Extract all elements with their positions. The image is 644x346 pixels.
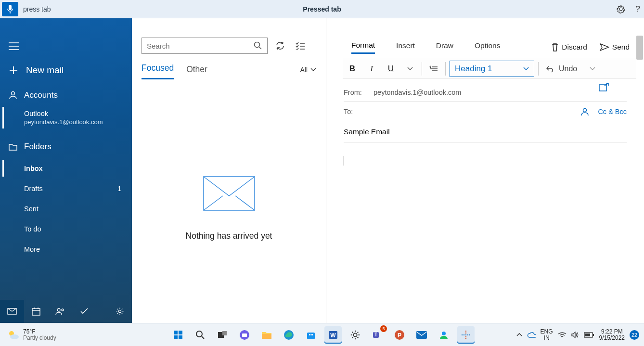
account-item[interactable]: Outlook peytondavis.1@outlook.com — [0, 107, 132, 128]
new-mail-button[interactable]: New mail — [0, 57, 132, 84]
voice-mic-button[interactable] — [2, 2, 18, 16]
undo-more-button[interactable] — [583, 60, 602, 77]
people-icon — [55, 308, 65, 315]
cc-bcc-button[interactable]: Cc & Bcc — [598, 108, 627, 115]
chevron-down-icon — [310, 68, 316, 72]
tray-overflow[interactable] — [516, 333, 522, 337]
svg-point-30 — [10, 334, 19, 339]
style-select[interactable]: Heading 1 — [450, 61, 534, 77]
tray-volume[interactable] — [571, 332, 579, 338]
taskbar-powerpoint[interactable]: P — [391, 326, 408, 344]
taskbar-explorer[interactable] — [258, 326, 275, 344]
start-button[interactable] — [169, 326, 187, 344]
send-button[interactable]: Send — [600, 43, 630, 51]
compose-tab-format[interactable]: Format — [351, 41, 375, 54]
tray-language[interactable]: ENG IN — [541, 329, 553, 341]
voice-command-bar: press tab Pressed tab ? — [0, 0, 644, 18]
wifi-icon — [558, 332, 567, 338]
cloud-icon — [527, 332, 536, 338]
tray-wifi[interactable] — [558, 332, 567, 338]
snip-icon — [461, 330, 471, 340]
windows-icon — [173, 330, 183, 340]
paragraph-button[interactable] — [424, 60, 443, 77]
svg-point-28 — [583, 108, 587, 112]
voice-help-button[interactable]: ? — [636, 4, 640, 14]
undo-button[interactable]: Undo — [541, 64, 583, 73]
search-box[interactable] — [142, 38, 268, 54]
underline-button[interactable]: U — [381, 60, 400, 77]
folder-sent[interactable]: Sent — [0, 199, 132, 219]
nav-mail-button[interactable] — [0, 300, 24, 323]
empty-state-text: Nothing has arrived yet — [186, 231, 272, 241]
nav-todo-button[interactable] — [72, 300, 96, 323]
taskbar-settings[interactable] — [347, 326, 364, 344]
sidebar-bottom-bar — [0, 300, 132, 323]
taskbar-app-1[interactable] — [236, 326, 253, 344]
folder-drafts[interactable]: Drafts 1 — [0, 179, 132, 199]
compose-tab-draw[interactable]: Draw — [436, 41, 453, 53]
taskbar-app-2[interactable] — [435, 326, 452, 344]
svg-point-35 — [196, 331, 202, 337]
compose-tab-options[interactable]: Options — [475, 41, 500, 53]
folder-inbox[interactable]: Inbox — [0, 158, 132, 179]
contacts-picker-button[interactable] — [580, 107, 589, 116]
tray-onedrive[interactable] — [527, 332, 536, 338]
taskbar-word[interactable]: W — [324, 326, 342, 344]
accounts-header[interactable]: Accounts — [0, 84, 132, 107]
weather-cond: Partly cloudy — [23, 335, 56, 341]
folder-icon — [9, 143, 17, 151]
taskbar-teams[interactable]: T5 — [369, 326, 386, 344]
taskbar-edge[interactable] — [280, 326, 297, 344]
task-view[interactable] — [214, 326, 231, 344]
folder-todo[interactable]: To do — [0, 219, 132, 239]
taskbar-store[interactable] — [302, 326, 320, 344]
person-app-icon — [438, 330, 449, 340]
italic-button[interactable]: I — [362, 60, 381, 77]
battery-icon — [584, 332, 594, 338]
svg-point-48 — [353, 333, 357, 336]
nav-toggle-button[interactable] — [9, 42, 19, 50]
envelope-icon — [203, 176, 255, 211]
compose-pane: Format Insert Draw Options Discard Send … — [326, 18, 644, 323]
volume-icon — [571, 332, 579, 338]
compose-tab-insert[interactable]: Insert — [396, 41, 415, 53]
empty-state: Nothing has arrived yet — [132, 80, 326, 323]
folder-more[interactable]: More — [0, 239, 132, 259]
tab-other[interactable]: Other — [186, 64, 207, 79]
svg-point-17 — [118, 310, 121, 312]
bold-button[interactable]: B — [343, 60, 362, 77]
voice-input-text: press tab — [23, 5, 51, 13]
from-value[interactable]: peytondavis.1@outlook.com — [374, 89, 461, 96]
font-more-button[interactable] — [400, 60, 420, 77]
nav-calendar-button[interactable] — [24, 300, 48, 323]
discard-button[interactable]: Discard — [551, 43, 587, 51]
undo-icon — [546, 65, 555, 73]
send-icon — [600, 43, 609, 51]
select-mode-button[interactable] — [293, 38, 308, 53]
tray-battery[interactable] — [584, 332, 594, 338]
taskbar-snip[interactable] — [457, 326, 475, 344]
sync-button[interactable] — [272, 38, 288, 53]
nav-people-button[interactable] — [48, 300, 72, 323]
subject-field[interactable]: Sample Email — [344, 121, 627, 142]
message-body[interactable] — [326, 142, 644, 323]
pop-out-button[interactable] — [599, 83, 609, 91]
search-input[interactable] — [147, 42, 233, 50]
folders-header[interactable]: Folders — [0, 135, 132, 158]
svg-rect-40 — [242, 333, 247, 337]
nav-settings-button[interactable] — [108, 300, 132, 323]
svg-text:T: T — [374, 332, 377, 337]
filter-dropdown[interactable]: All — [300, 66, 316, 74]
tab-focused[interactable]: Focused — [142, 63, 174, 79]
check-icon — [80, 308, 89, 315]
voice-settings-button[interactable] — [617, 5, 625, 13]
to-field-row[interactable]: To: Cc & Bcc — [344, 102, 627, 121]
tray-clock[interactable]: 9:22 PM 9/15/2022 — [599, 329, 625, 341]
taskbar-search[interactable] — [192, 326, 209, 344]
person-icon — [580, 107, 589, 116]
svg-rect-32 — [179, 331, 182, 334]
notification-badge[interactable]: 22 — [630, 330, 639, 340]
weather-widget[interactable]: 75°F Partly cloudy — [7, 329, 56, 341]
pop-out-icon — [599, 83, 609, 91]
taskbar-mail[interactable] — [413, 326, 430, 344]
